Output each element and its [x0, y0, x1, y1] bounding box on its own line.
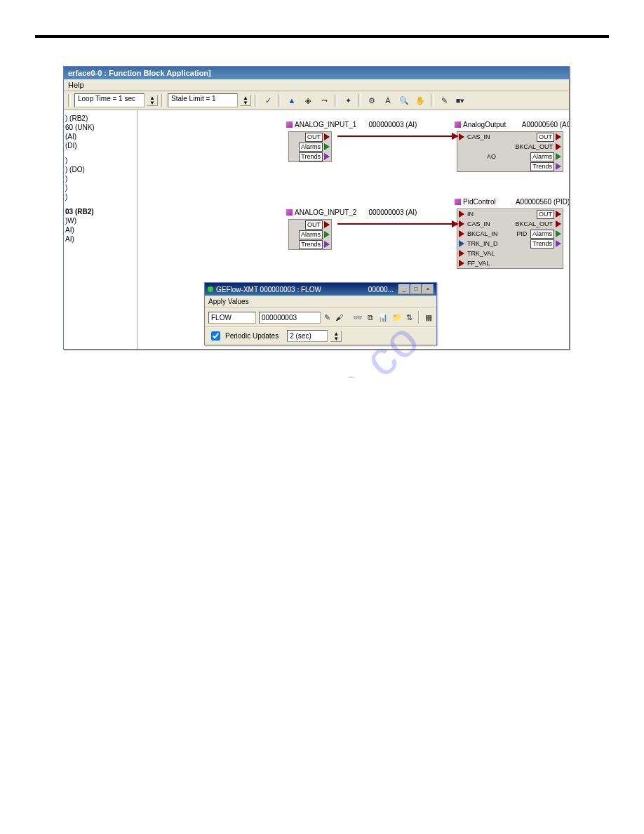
- block-name-field[interactable]: [208, 312, 256, 324]
- pointer-icon[interactable]: ▲: [285, 93, 299, 107]
- tree-item[interactable]: ) (DO): [65, 166, 135, 173]
- port-alarms[interactable]: Alarms: [299, 143, 323, 152]
- tree-item[interactable]: AI): [65, 226, 135, 234]
- port-out[interactable]: OUT: [305, 220, 323, 230]
- menu-bar[interactable]: Help: [64, 79, 569, 91]
- port-out[interactable]: OUT: [305, 133, 323, 142]
- minimize-icon[interactable]: _: [398, 284, 410, 294]
- block-analog-output[interactable]: AnalogOutput A00000560 (AO) CAS_IN OUT B…: [457, 131, 563, 172]
- arrow-icon: [459, 220, 464, 227]
- tree-item[interactable]: ): [65, 193, 135, 201]
- window-buttons[interactable]: _□×: [398, 284, 434, 294]
- close-icon[interactable]: ×: [422, 284, 434, 294]
- block-pid-control[interactable]: PidControl A00000560 (PID) IN OUT CAS_IN…: [457, 208, 563, 269]
- port-alarms[interactable]: Alarms: [299, 230, 323, 239]
- tree-sidebar[interactable]: ) (RB2) 60 (UNK) (AI) (DI) ) ) (DO) ) ) …: [64, 110, 137, 349]
- stale-spinner[interactable]: ▲▼: [240, 95, 251, 106]
- port-trends[interactable]: Trends: [299, 152, 323, 161]
- menu-help[interactable]: Help: [68, 81, 84, 89]
- diamond-icon[interactable]: ◈: [301, 93, 315, 107]
- seconds-spinner[interactable]: ▲▼: [330, 331, 342, 342]
- hand-icon[interactable]: ✋: [413, 93, 427, 107]
- port-bkcal-out[interactable]: BKCAL_OUT: [514, 143, 554, 151]
- seconds-field[interactable]: [287, 330, 328, 342]
- port-bkcal-out[interactable]: BKCAL_OUT: [514, 220, 554, 228]
- arrow-icon: [324, 241, 330, 248]
- port-out[interactable]: OUT: [537, 133, 554, 142]
- port-cas-in[interactable]: CAS_IN: [466, 133, 492, 141]
- chart-icon[interactable]: 📊: [377, 310, 389, 324]
- pencil-icon[interactable]: ✎: [323, 310, 332, 324]
- tree-item[interactable]: )W): [65, 217, 135, 225]
- port-trk-val[interactable]: TRK_VAL: [466, 250, 496, 258]
- port-cas-in[interactable]: CAS_IN: [466, 220, 492, 228]
- toolbar-separator: [418, 311, 420, 324]
- diagram-canvas[interactable]: ANALOG_INPUT_1 000000003 (AI) OUT Alarms…: [137, 110, 569, 349]
- tree-item[interactable]: ): [65, 175, 135, 183]
- apply-row: Apply Values: [205, 296, 436, 308]
- tree-item[interactable]: (DI): [65, 142, 135, 150]
- port-ff-val[interactable]: FF_VAL: [466, 260, 491, 267]
- search-icon[interactable]: 🔍: [397, 93, 411, 107]
- tree-item[interactable]: ): [65, 157, 135, 164]
- port-ao: AO: [485, 153, 497, 161]
- loop-time-field[interactable]: Loop Time = 1 sec: [74, 93, 145, 107]
- properties-titlebar[interactable]: GEFlow-XMT 000000003 : FLOW 00000... _□×: [205, 283, 436, 296]
- apply-values-label[interactable]: Apply Values: [208, 298, 249, 305]
- star-icon[interactable]: ✦: [341, 93, 355, 107]
- toolbar-separator: [431, 94, 434, 107]
- toolbar-separator: [255, 94, 257, 107]
- folder-icon[interactable]: 📁: [391, 310, 403, 324]
- misc-icon[interactable]: ✎: [437, 93, 451, 107]
- tree-item[interactable]: 60 (UNK): [65, 124, 135, 131]
- maximize-icon[interactable]: □: [410, 284, 422, 294]
- tree-item[interactable]: AI): [65, 235, 135, 243]
- text-icon[interactable]: A: [381, 93, 395, 107]
- gear-icon[interactable]: ⚙: [365, 93, 379, 107]
- spacer: [65, 202, 135, 206]
- glasses-icon[interactable]: 👓: [352, 310, 363, 324]
- port-trk-in-d[interactable]: TRK_IN_D: [466, 240, 499, 248]
- block-analog-input-2[interactable]: ANALOG_INPUT_2 000000003 (AI) OUT Alarms…: [288, 219, 332, 250]
- toolbar-separator: [335, 94, 337, 107]
- arrow-icon: [556, 163, 561, 170]
- properties-window[interactable]: GEFlow-XMT 000000003 : FLOW 00000... _□×…: [204, 282, 437, 345]
- block-id-field[interactable]: [259, 312, 321, 324]
- cube-icon: [455, 121, 461, 128]
- port-in[interactable]: IN: [466, 211, 475, 218]
- tree-item[interactable]: 03 (RB2): [65, 208, 135, 216]
- block-analog-input-1[interactable]: ANALOG_INPUT_1 000000003 (AI) OUT Alarms…: [288, 131, 332, 162]
- tree-item[interactable]: (AI): [65, 133, 135, 140]
- grid-icon[interactable]: ▦: [424, 310, 433, 324]
- port-alarms[interactable]: Alarms: [530, 152, 554, 161]
- brush-icon[interactable]: 🖌: [335, 310, 344, 324]
- loop-spinner[interactable]: ▲▼: [147, 95, 158, 106]
- arrows-icon[interactable]: ⇅: [405, 310, 414, 324]
- port-trends[interactable]: Trends: [299, 240, 323, 249]
- port-out[interactable]: OUT: [537, 210, 554, 219]
- block-title: PidControl A00000560 (PID): [455, 198, 569, 206]
- port-bkcal-in[interactable]: BKCAL_IN: [466, 230, 499, 238]
- pid-label: PID: [515, 230, 528, 238]
- stale-limit-field[interactable]: Stale Limit = 1: [168, 93, 238, 107]
- port-trends[interactable]: Trends: [530, 239, 554, 249]
- block-title: ANALOG_INPUT_2 000000003 (AI): [286, 208, 417, 216]
- arrow-icon: [459, 133, 464, 140]
- fill-icon[interactable]: ■▾: [453, 93, 467, 107]
- tree-item[interactable]: ): [65, 184, 135, 192]
- arrow-icon: [556, 240, 561, 247]
- check-icon[interactable]: ✓: [261, 93, 275, 107]
- periodic-checkbox[interactable]: [211, 331, 220, 340]
- cube-icon: [286, 121, 293, 128]
- arrow-icon: [459, 250, 464, 257]
- port-alarms[interactable]: Alarms: [530, 230, 554, 239]
- port-trends[interactable]: Trends: [530, 162, 554, 171]
- link-icon[interactable]: ⧉: [366, 310, 375, 324]
- properties-title: GEFlow-XMT 000000003 : FLOW: [216, 286, 321, 293]
- arrowhead-icon: [452, 133, 459, 140]
- periodic-label: Periodic Updates: [225, 332, 279, 340]
- arrow-icon: [324, 153, 330, 160]
- block-title: AnalogOutput A00000560 (AO): [455, 121, 569, 128]
- connector-icon[interactable]: ⤳: [317, 93, 331, 107]
- tree-item[interactable]: ) (RB2): [65, 114, 135, 122]
